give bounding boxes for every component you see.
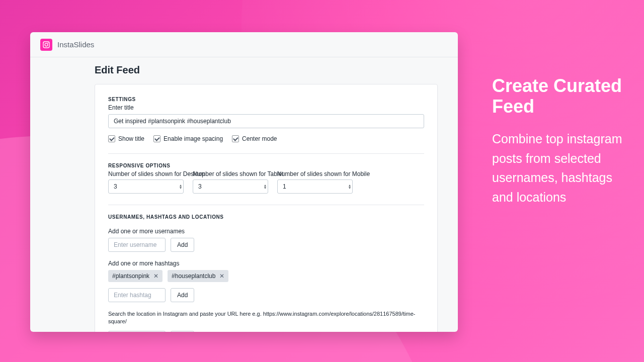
center-mode-checkbox[interactable] (232, 135, 239, 142)
app-window: InstaSlides Edit Feed SETTINGS Enter tit… (30, 32, 458, 332)
chip-label: #plantsonpink (112, 273, 149, 280)
stepper-icon[interactable]: ▴▾ (180, 184, 182, 189)
location-input[interactable] (108, 331, 166, 332)
chip-label: #houseplantclub (172, 273, 215, 280)
feed-title-input[interactable] (108, 114, 424, 128)
desktop-label: Number of slides shown for Desktop (108, 170, 184, 177)
hashtag-block: Add one or more hashtags #plantsonpink ✕… (108, 260, 424, 302)
page-title: Edit Feed (95, 64, 438, 76)
content-area: Edit Feed SETTINGS Enter title Show titl… (30, 57, 458, 332)
hashtag-chip-list: #plantsonpink ✕ #houseplantclub ✕ (108, 270, 424, 282)
responsive-row: Number of slides shown for Desktop ▴▾ Nu… (108, 170, 424, 194)
title-label: Enter title (108, 104, 424, 111)
center-mode-option: Center mode (232, 135, 277, 142)
mobile-select-wrap: ▴▾ (277, 179, 353, 194)
svg-point-1 (45, 43, 48, 46)
username-input-row: Add (108, 238, 424, 252)
promo-body: Combine top instagram posts from selecte… (492, 129, 623, 207)
remove-chip-icon[interactable]: ✕ (153, 273, 158, 279)
mobile-col: Number of slides shown for Mobile ▴▾ (277, 170, 353, 194)
location-input-row: Add (108, 331, 424, 332)
username-label: Add one or more usernames (108, 228, 424, 235)
settings-heading: SETTINGS (108, 97, 424, 102)
divider (108, 205, 424, 205)
tablet-slides-input[interactable] (193, 179, 268, 194)
stepper-icon[interactable]: ▴▾ (264, 184, 266, 189)
svg-rect-0 (43, 42, 49, 48)
stepper-icon[interactable]: ▴▾ (349, 184, 351, 189)
hashtag-input[interactable] (108, 288, 166, 302)
location-help-text: Search the location in Instagram and pas… (108, 310, 424, 326)
promo-title: Create Curated Feed (492, 75, 623, 117)
show-title-label: Show title (118, 135, 144, 142)
desktop-col: Number of slides shown for Desktop ▴▾ (108, 170, 184, 194)
center-mode-label: Center mode (242, 135, 277, 142)
add-username-button[interactable]: Add (171, 238, 194, 252)
username-block: Add one or more usernames Add (108, 228, 424, 252)
enable-spacing-label: Enable image spacing (164, 135, 223, 142)
svg-point-2 (48, 42, 49, 43)
edit-feed-panel: SETTINGS Enter title Show title Enable i… (95, 84, 438, 332)
sources-heading: USERNAMES, HASHTAGS AND LOCATIONS (108, 214, 424, 220)
enable-spacing-option: Enable image spacing (153, 135, 223, 142)
show-title-checkbox[interactable] (108, 135, 115, 142)
divider (108, 153, 424, 154)
hashtag-input-row: Add (108, 288, 424, 302)
desktop-slides-input[interactable] (108, 179, 184, 194)
camera-icon (42, 41, 50, 49)
tablet-select-wrap: ▴▾ (193, 179, 268, 194)
mobile-label: Number of slides shown for Mobile (277, 170, 353, 177)
tablet-label: Number of slides shown for Tablet (193, 170, 268, 177)
show-title-option: Show title (108, 135, 144, 142)
desktop-select-wrap: ▴▾ (108, 179, 184, 194)
hashtag-chip: #houseplantclub ✕ (168, 270, 228, 282)
hashtag-label: Add one or more hashtags (108, 260, 424, 267)
tablet-col: Number of slides shown for Tablet ▴▾ (193, 170, 268, 194)
hashtag-chip: #plantsonpink ✕ (108, 270, 163, 282)
username-input[interactable] (108, 238, 166, 252)
responsive-heading: RESPONSIVE OPTIONS (108, 163, 424, 168)
settings-checkbox-row: Show title Enable image spacing Center m… (108, 135, 424, 142)
topbar: InstaSlides (30, 32, 458, 57)
promo-copy: Create Curated Feed Combine top instagra… (492, 75, 623, 207)
remove-chip-icon[interactable]: ✕ (219, 273, 224, 279)
enable-spacing-checkbox[interactable] (153, 135, 160, 142)
brand-name: InstaSlides (57, 40, 94, 49)
add-location-button[interactable]: Add (171, 331, 194, 332)
add-hashtag-button[interactable]: Add (171, 288, 194, 302)
mobile-slides-input[interactable] (277, 179, 353, 194)
brand-logo (40, 39, 52, 51)
